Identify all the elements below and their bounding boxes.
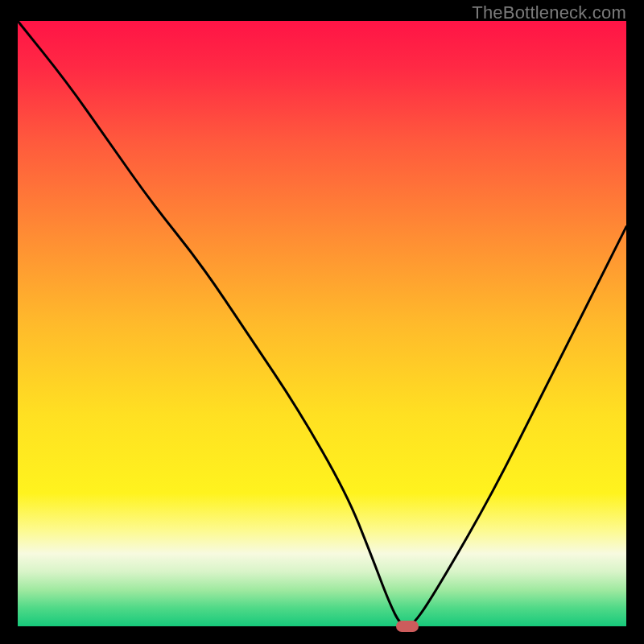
watermark-text: TheBottleneck.com	[472, 2, 626, 23]
optimal-marker	[396, 621, 419, 632]
bottleneck-curve	[18, 21, 626, 626]
chart-frame: TheBottleneck.com	[0, 0, 644, 644]
plot-area	[18, 21, 626, 626]
